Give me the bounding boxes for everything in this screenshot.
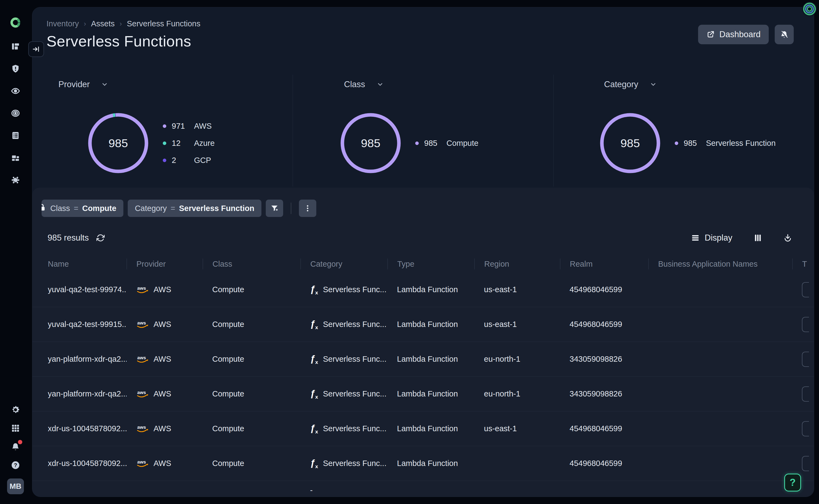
cell-region: eu-north-1 (475, 389, 560, 398)
column-header-truncated[interactable]: T (792, 259, 814, 269)
tag-chip-partial[interactable] (802, 421, 809, 436)
column-header-provider[interactable]: Provider (127, 259, 203, 269)
breadcrumb-assets[interactable]: Assets (91, 19, 115, 28)
chip-value: Serverless Function (179, 204, 254, 213)
filter-chip-category[interactable]: Category = Serverless Function (128, 200, 261, 217)
class-chart-selector[interactable]: Class (344, 80, 384, 89)
legend-item-serverless-function[interactable]: 985 Serverless Function (675, 139, 776, 148)
ai-burst-icon[interactable] (10, 175, 21, 185)
chip-operator: = (171, 204, 175, 213)
tag-chip-partial[interactable] (802, 386, 809, 402)
cell-tags (792, 456, 814, 471)
help-fab-button[interactable]: ? (784, 474, 801, 492)
category-label: Serverless Func... (323, 424, 387, 433)
dashboard-button[interactable]: Dashboard (698, 25, 769, 44)
column-header-business-app-names[interactable]: Business Application Names (648, 259, 792, 269)
aws-provider-icon: aws (136, 285, 149, 294)
notifications-bell-icon[interactable] (10, 442, 21, 452)
serverless-function-icon: ƒx (310, 319, 318, 330)
target-icon[interactable] (10, 108, 21, 118)
user-avatar[interactable]: MB (7, 478, 24, 494)
cell-tags (792, 282, 814, 297)
provider-label: AWS (153, 424, 171, 433)
apps-grid-icon[interactable] (10, 423, 21, 433)
table-row[interactable]: yan-platform-xdr-qa2... aws AWS Compute … (32, 342, 814, 377)
cell-type: Lambda Function (387, 320, 475, 329)
add-filter-button[interactable] (266, 200, 283, 217)
provider-chart-label: Provider (58, 80, 90, 89)
bell-off-icon (780, 30, 789, 39)
category-chart-selector[interactable]: Category (604, 80, 657, 89)
svg-text:aws: aws (137, 459, 146, 465)
chart-class: Class 985 985 Compute (293, 75, 553, 187)
provider-label: AWS (153, 389, 171, 398)
tag-chip-partial[interactable] (802, 317, 809, 332)
help-circle-icon[interactable]: ? (10, 460, 21, 470)
table-row[interactable]: yuval-qa2-test-99915... aws AWS Compute … (32, 307, 814, 342)
provider-label: AWS (153, 320, 171, 329)
filter-more-menu-button[interactable] (299, 200, 316, 217)
table-row[interactable]: yan-platform-xdr-qa2... aws AWS Compute … (32, 377, 814, 411)
table-row-partial[interactable]: - (32, 481, 814, 497)
tag-chip-partial[interactable] (802, 456, 809, 471)
inventory-clipboard-icon[interactable] (10, 130, 21, 141)
mute-notifications-button[interactable] (775, 25, 794, 44)
category-chart-label: Category (604, 80, 638, 89)
display-menu-button[interactable]: Display (691, 233, 732, 243)
results-section: Class = Compute Category = Serverless Fu… (32, 188, 814, 497)
aws-provider-icon: aws (136, 389, 149, 399)
provider-chart-selector[interactable]: Provider (58, 80, 108, 89)
dashboards-icon[interactable] (10, 41, 21, 52)
refresh-button[interactable] (96, 234, 105, 242)
download-button[interactable] (783, 234, 792, 242)
filter-chip-class[interactable]: Class = Compute (42, 200, 123, 217)
breadcrumb-inventory[interactable]: Inventory (46, 19, 79, 28)
provider-donut-total: 985 (86, 111, 151, 176)
column-header-class[interactable]: Class (203, 259, 300, 269)
settings-gear-icon[interactable] (10, 405, 21, 415)
table-row[interactable]: xdr-us-10045878092... aws AWS Compute ƒx… (32, 446, 814, 481)
category-donut-chart: 985 (598, 111, 663, 176)
legend-dot (163, 141, 166, 145)
column-header-type[interactable]: Type (387, 259, 475, 269)
table-row[interactable]: yuval-qa2-test-99974... aws AWS Compute … (32, 272, 814, 307)
legend-label: Compute (447, 139, 479, 148)
column-header-region[interactable]: Region (475, 259, 560, 269)
cell-category: ƒx Serverless Func... (300, 319, 387, 330)
results-toolbar: 985 results Display (48, 231, 792, 245)
orca-logo-icon[interactable] (10, 17, 21, 28)
category-label: Serverless Func... (323, 285, 387, 294)
serverless-function-icon: ƒx (310, 458, 318, 469)
risks-shield-icon[interactable] (10, 64, 21, 74)
legend-item-aws[interactable]: 971 AWS (163, 122, 215, 131)
blocks-icon[interactable] (10, 153, 21, 163)
legend-item-gcp[interactable]: 2 GCP (163, 156, 215, 165)
visibility-eye-icon[interactable] (10, 86, 21, 96)
cell-provider: aws AWS (127, 389, 203, 399)
cell-name: yan-platform-xdr-qa2... (32, 389, 127, 398)
table-row[interactable]: xdr-us-10045878092... aws AWS Compute ƒx… (32, 411, 814, 446)
columns-button[interactable] (754, 234, 762, 242)
column-header-category[interactable]: Category (300, 259, 387, 269)
cell-region: us-east-1 (475, 285, 560, 294)
filter-bar: Class = Compute Category = Serverless Fu… (42, 200, 316, 217)
chip-operator: = (74, 204, 78, 213)
tag-chip-partial[interactable] (802, 282, 809, 297)
legend-item-azure[interactable]: 12 Azure (163, 139, 215, 148)
cell-realm: 454968046599 (560, 285, 648, 294)
cell-region: us-east-1 (475, 320, 560, 329)
provider-label: AWS (153, 285, 171, 294)
cell-name: xdr-us-10045878092... (32, 459, 127, 468)
dashboard-button-label: Dashboard (719, 30, 761, 39)
table-header: Name Provider Class Category Type Region… (32, 256, 814, 272)
category-legend: 985 Serverless Function (675, 139, 776, 148)
collapse-sidebar-button[interactable] (28, 41, 44, 57)
legend-item-compute[interactable]: 985 Compute (415, 139, 479, 148)
column-header-name[interactable]: Name (32, 259, 127, 269)
class-chart-label: Class (344, 80, 365, 89)
cell-class: Compute (203, 285, 300, 294)
cell-realm: 454968046599 (560, 424, 648, 433)
column-header-realm[interactable]: Realm (560, 259, 648, 269)
tag-chip-partial[interactable] (802, 352, 809, 367)
serverless-function-icon: ƒx (310, 423, 318, 434)
